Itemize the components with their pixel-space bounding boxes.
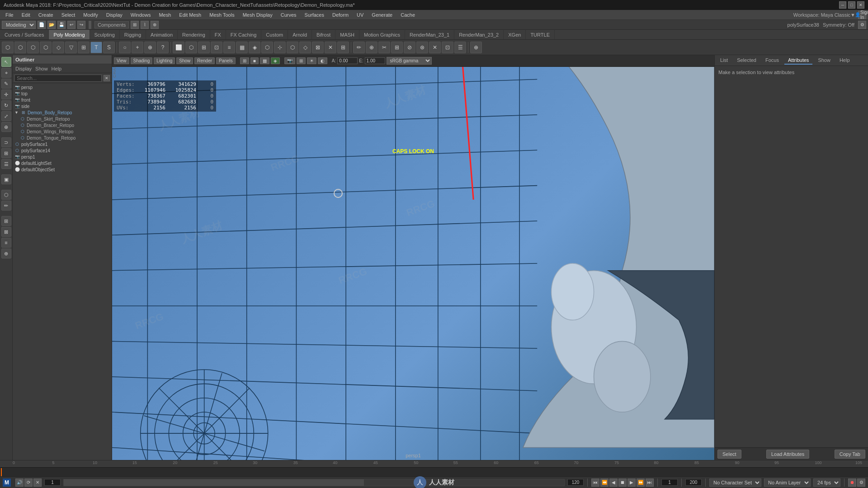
shelf-icon-8[interactable]: T <box>90 42 102 53</box>
sign-in-button[interactable]: 👤 Sign In <box>858 11 866 19</box>
menu-display[interactable]: Display <box>103 11 126 19</box>
copy-tab-button[interactable]: Copy Tab <box>835 450 865 459</box>
paint-effects-tool[interactable]: ✏ <box>1 201 11 211</box>
redo-button[interactable]: ↪ <box>77 21 85 29</box>
shelf-icon-18[interactable]: ≡ <box>223 42 235 53</box>
shelf-tab-animation[interactable]: Animation <box>146 30 178 39</box>
shelf-tab-rigging[interactable]: Rigging <box>120 30 146 39</box>
shelf-icon-32[interactable]: ⊘ <box>404 42 415 53</box>
shelf-icon-5[interactable]: ◇ <box>52 42 64 53</box>
menu-mesh-tools[interactable]: Mesh Tools <box>206 11 238 19</box>
history-tool[interactable]: ⊞ <box>1 148 11 158</box>
menu-file[interactable]: File <box>2 11 17 19</box>
anim-layer-selector[interactable]: No Anim Layer <box>764 479 811 487</box>
shelf-icon-12[interactable]: ⊕ <box>144 42 156 53</box>
next-frame-button[interactable]: ⏩ <box>637 479 645 487</box>
close-button[interactable]: ✕ <box>33 479 42 487</box>
shelf-icon-13[interactable]: ? <box>157 42 169 53</box>
vp-smooth-button[interactable]: ◈ <box>271 57 280 64</box>
outliner-item-side[interactable]: 📷 side <box>13 103 112 109</box>
total-end-input[interactable] <box>685 479 702 486</box>
soft-select-tool[interactable]: ⊃ <box>1 137 11 147</box>
attr-tab-list[interactable]: List <box>717 56 731 65</box>
cluster-tool[interactable]: ⊠ <box>1 227 11 237</box>
lighting-menu-button[interactable]: Lighting <box>154 57 175 64</box>
alpha-input[interactable] <box>337 57 358 64</box>
shelf-icon-23[interactable]: ⬡ <box>287 42 298 53</box>
shelf-tab-curves[interactable]: Curves / Surfaces <box>0 30 49 39</box>
outliner-item-demon-wings[interactable]: ⬡ Demon_Wings_Retopo <box>18 128 112 135</box>
select-button[interactable]: Select <box>717 450 741 459</box>
shelf-tab-rendering[interactable]: Rendering <box>178 30 210 39</box>
render-view-tool[interactable]: ▣ <box>1 174 11 184</box>
shelf-icon-26[interactable]: ✕ <box>325 42 336 53</box>
panels-menu-button[interactable]: Panels <box>216 57 236 64</box>
outliner-item-poly14[interactable]: ⬡ polySurface14 <box>13 147 112 154</box>
save-button[interactable]: 💾 <box>57 21 66 29</box>
attr-tab-selected[interactable]: Selected <box>733 56 760 65</box>
play-forward-button[interactable]: ▶ <box>627 479 636 487</box>
shelf-icon-19[interactable]: ▦ <box>236 42 248 53</box>
outliner-item-front[interactable]: 📷 front <box>13 97 112 103</box>
attr-tab-show[interactable]: Show <box>814 56 834 65</box>
shelf-tab-xgen[interactable]: XGen <box>504 30 526 39</box>
shelf-icon-3[interactable]: ⬡ <box>27 42 39 53</box>
menu-mesh[interactable]: Mesh <box>155 11 175 19</box>
select-tool[interactable]: ↖ <box>1 57 11 67</box>
shelf-icon-25[interactable]: ⊠ <box>312 42 324 53</box>
vp-wireframe-button[interactable]: ⊞ <box>240 57 249 64</box>
shelf-tab-bifrost[interactable]: Bifrost <box>312 30 335 39</box>
shelf-icon-17[interactable]: ⊡ <box>211 42 222 53</box>
outliner-item-persp1[interactable]: 📷 persp1 <box>13 154 112 160</box>
shelf-icon-30[interactable]: ✂ <box>378 42 390 53</box>
window-controls[interactable]: ─ □ ✕ <box>839 1 864 9</box>
loop-button[interactable]: ⟳ <box>24 479 33 487</box>
undo-button[interactable]: ↩ <box>67 21 75 29</box>
view-menu-button[interactable]: View <box>114 57 129 64</box>
menu-mesh-display[interactable]: Mesh Display <box>239 11 276 19</box>
shelf-icon-1[interactable]: ⬡ <box>2 42 14 53</box>
vp-solid-button[interactable]: ■ <box>250 57 259 64</box>
open-button[interactable]: 📂 <box>47 21 56 29</box>
vp-shadow-icon[interactable]: ◐ <box>318 57 327 64</box>
end-frame-input[interactable] <box>567 479 584 486</box>
menu-edit-mesh[interactable]: Edit Mesh <box>175 11 205 19</box>
minimize-button[interactable]: ─ <box>839 1 846 9</box>
vp-light-icon[interactable]: ☀ <box>307 57 316 64</box>
paint-tool[interactable]: ✎ <box>1 79 11 89</box>
shelf-tab-motion[interactable]: Motion Graphics <box>359 30 405 39</box>
fps-selector[interactable]: 24 fps <box>813 479 840 487</box>
snap-curve-button[interactable]: ⌇ <box>141 21 149 29</box>
vp-tex-button[interactable]: ▦ <box>260 57 269 64</box>
prev-frame-button[interactable]: ⏪ <box>600 479 609 487</box>
menu-cache[interactable]: Cache <box>397 11 419 19</box>
menu-generate[interactable]: Generate <box>368 11 396 19</box>
shelf-icon-4[interactable]: ⬡ <box>40 42 52 53</box>
vp-grid-icon[interactable]: ⊞ <box>297 57 306 64</box>
universal-tool[interactable]: ⊕ <box>1 122 11 132</box>
outliner-item-top[interactable]: 📷 top <box>13 90 112 97</box>
shelf-icon-7[interactable]: ⊞ <box>78 42 90 53</box>
outliner-help-menu[interactable]: Help <box>52 66 62 71</box>
outliner-item-demon-body[interactable]: ▼ ⊞ Demon_Body_Retopo <box>13 109 112 116</box>
render-menu-button[interactable]: Render <box>194 57 215 64</box>
menu-curves[interactable]: Curves <box>277 11 300 19</box>
outliner-item-demon-bracer[interactable]: ⬡ Demon_Bracer_Retopo <box>18 122 112 128</box>
outliner-item-lightset[interactable]: ⚪ defaultLightSet <box>13 160 112 166</box>
shelf-tab-rm2[interactable]: RenderMan_23_2 <box>454 30 504 39</box>
shelf-icon-16[interactable]: ⊞ <box>198 42 210 53</box>
outliner-search-input[interactable] <box>14 75 102 82</box>
outliner-item-demon-skirt[interactable]: ⬡ Demon_Skirt_Retopo <box>18 116 112 122</box>
shelf-icon-37[interactable]: ⊕ <box>470 42 482 53</box>
lasso-tool[interactable]: ⌖ <box>1 68 11 78</box>
shelf-icon-31[interactable]: ⊞ <box>391 42 403 53</box>
maximize-button[interactable]: □ <box>848 1 855 9</box>
render-settings-button[interactable]: ⚙ <box>858 21 866 29</box>
shelf-icon-11[interactable]: + <box>132 42 143 53</box>
range-bar[interactable] <box>63 479 565 486</box>
menu-edit[interactable]: Edit <box>18 11 34 19</box>
shelf-tab-poly[interactable]: Poly Modeling <box>49 30 90 39</box>
menu-create[interactable]: Create <box>35 11 57 19</box>
character-set-selector[interactable]: No Character Set <box>709 479 761 487</box>
menu-deform[interactable]: Deform <box>329 11 352 19</box>
